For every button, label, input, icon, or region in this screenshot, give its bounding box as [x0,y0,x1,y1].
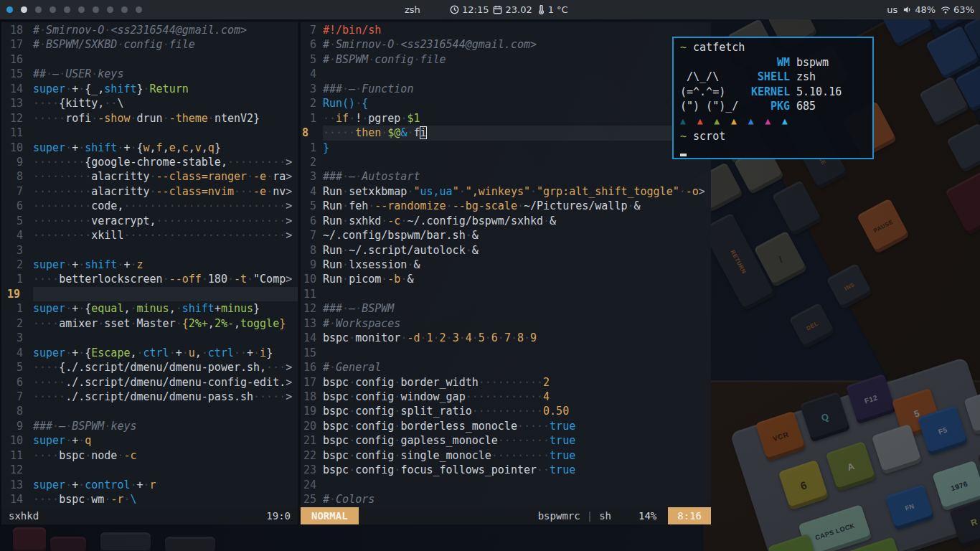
line-number: 24 [301,478,316,492]
code-text [33,404,298,418]
line-number: 4 [1,346,23,360]
code-line: 3###·—·Function [301,82,711,96]
workspace-dot-10-empty[interactable] [136,6,142,13]
catfetch-value: zsh [790,70,816,85]
line-number: 4 [301,184,316,199]
code-line: 23bspc·config·focus_follows_pointer··tru… [301,463,711,477]
code-line: 25#·Colors [301,492,711,507]
line-number: 16 [1,52,23,67]
palette-triangle: ▲ [748,114,765,129]
code-line: 1} [301,141,711,155]
code-line: 10super·+·shift·+·{w,f,e,c,v,q} [1,141,298,155]
code-text [323,155,711,169]
code-text: bspc·config·border_width··········2 [323,375,711,390]
temperature-module: 1 °C [537,4,568,15]
catfetch-label: WM [751,55,790,70]
line-number: 19 [301,404,316,418]
catfetch-color-palette: ▲ ▲ ▲ ▲ ▲ ▲ ▲ [680,114,872,129]
clock-text: 12:15 [462,4,489,15]
code-text: super·+·q [33,433,298,448]
code-text: Run·feh·--randomize·--bg-scale·~/Picture… [323,199,711,213]
line-number: 6 [1,199,23,213]
line-number: 1 [1,272,23,286]
catfetch-ascii-art: (") (")_/ [680,99,751,114]
code-text: #·Smirnov-O·<ss2316544@gmail.com> [33,23,298,37]
workspace-dot-4-empty[interactable] [50,6,56,13]
code-text: ····amixer·sset·Master·{2%+,2%-,toggle} [33,316,298,331]
clock-icon [450,5,459,14]
code-line: 13#·Workspaces [301,316,711,331]
editor-window-bspwmrc[interactable]: 7#!/bin/sh6#·Smirnov-O·<ss2316544@gmail.… [301,22,711,524]
code-text: #·BSPWM·config·file [323,52,711,67]
code-text [323,478,711,492]
line-number: 11 [1,448,23,463]
editor-buffer-bspwmrc[interactable]: 7#!/bin/sh6#·Smirnov-O·<ss2316544@gmail.… [301,22,711,507]
code-line: 5····{./.script/dmenu/dmenu-power.sh,···… [1,360,298,375]
code-line: 17#·BSPWM/SXKBD·config·file [1,37,298,52]
line-number: 8 [301,243,316,258]
line-number: 3 [301,82,316,96]
line-number: 10 [1,141,23,155]
code-line-current: 19 [1,287,298,301]
workspace-dot-1-active[interactable] [6,6,13,13]
workspace-dot-7-empty[interactable] [93,6,99,13]
line-number: 14 [301,331,316,345]
editor-buffer-sxhkd[interactable]: 18#·Smirnov-O·<ss2316544@gmail.com>17#·B… [1,22,298,507]
workspace-dot-2-occupied[interactable] [21,6,27,13]
line-number: 5 [301,52,316,67]
catfetch-value: bspwm [790,55,829,70]
catfetch-ascii-art [680,55,751,70]
code-line-current: 8·····then·$@&·fi [301,126,711,140]
code-line: 7~/.config/bspwm/bar.sh·& [301,228,711,242]
code-line: 1····betterlockscreen·--off·180·-t·"Comp… [1,272,298,286]
line-number: 13 [1,478,23,492]
code-line: 20bspc·config·borderless_monocle·····tru… [301,419,711,433]
code-text: #·General [323,360,711,375]
network-module: 63% [941,4,974,15]
code-text [323,287,711,301]
shell-prompt: ~ [680,40,693,55]
network-text: 63% [953,4,974,15]
code-line: 11 [301,287,711,301]
code-line: 2····amixer·sset·Master·{2%+,2%-,toggle} [1,316,298,331]
code-text: bspc·config·single_monocle·········true [323,448,711,463]
code-line: 4super·+·{Escape,·ctrl·+·u,·ctrl··+·i} [1,346,298,360]
code-line: 13super·+·control·+·r [1,478,298,492]
thermometer-icon [537,5,545,14]
line-number: 2 [1,316,23,331]
catfetch-row: /\_/\SHELLzsh [680,70,872,85]
code-text: ###·—·Autostart [323,169,711,184]
vim-mode-indicator: NORMAL [301,507,359,524]
workspace-dot-6-empty[interactable] [78,6,85,13]
code-text: Run·~/.script/autolock·& [323,243,711,258]
code-line: 2 [301,155,711,169]
code-text: #·Colors [323,492,711,507]
line-number: 12 [1,111,23,126]
statusline-scroll-percent: 14% [639,509,656,523]
line-number: 13 [301,316,316,331]
code-text: Run·lxsession·& [323,258,711,272]
code-line: 3 [1,243,298,258]
catfetch-label: SHELL [751,70,790,85]
terminal-command-catfetch: ~ catfetch [680,40,872,55]
code-text: ###·—·BSPWM [323,301,711,316]
code-line: 8·········alacritty·--class=ranger·-e·ra… [1,169,298,184]
editor-window-sxhkd[interactable]: 18#·Smirnov-O·<ss2316544@gmail.com>17#·B… [1,22,298,524]
window-title: zsh [405,0,420,19]
workspace-dot-8-empty[interactable] [107,6,113,13]
statusline-separator: | [587,509,593,523]
palette-triangle: ▲ [714,114,731,129]
code-line: 12###·—·BSPWM [301,301,711,316]
code-text: super·+·{Escape,·ctrl·+·u,·ctrl··+·i} [33,346,298,360]
workspace-dot-5-empty[interactable] [64,6,70,13]
code-line: 5Run·feh·--randomize·--bg-scale·~/Pictur… [301,199,711,213]
workspace-dot-9-empty[interactable] [121,6,128,13]
code-text: ········{google-chrome-stable,·········> [33,155,298,169]
catfetch-label: PKG [751,99,790,114]
workspace-dot-3-empty[interactable] [35,6,42,13]
code-text: bspc·monitor·-d·1·2·3·4·5·6·7·8·9 [323,331,711,345]
code-line: 1super·+·{equal,·minus,·shift+minus} [1,301,298,316]
bar-right-modules: us 48% 63% [887,0,974,19]
floating-terminal[interactable]: ~ catfetchWMbspwm /\_/\SHELLzsh(=^.^=)KE… [672,37,874,159]
line-number: 5 [1,214,23,228]
